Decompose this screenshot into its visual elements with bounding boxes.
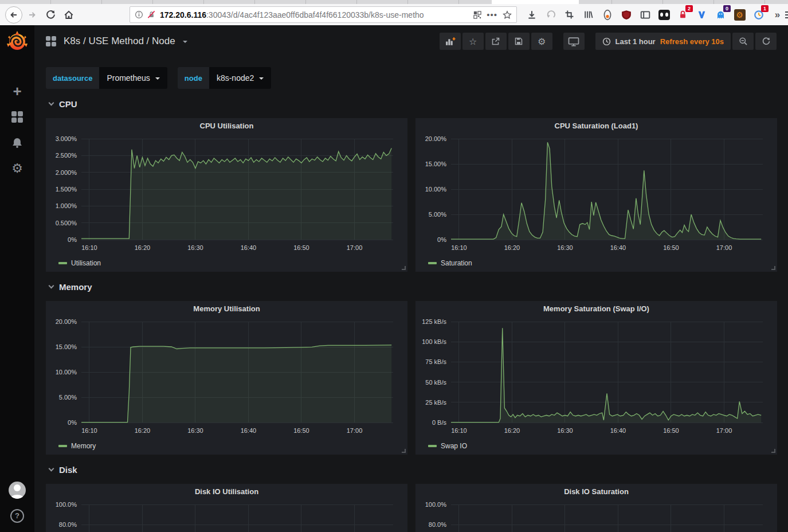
clock-extension-icon[interactable]: 1 bbox=[751, 7, 766, 22]
library-icon[interactable] bbox=[581, 7, 596, 22]
row-label: Disk bbox=[59, 465, 77, 475]
panel-legend: Swap IO bbox=[415, 437, 777, 455]
bell-icon bbox=[11, 137, 23, 148]
proxy-oval-icon[interactable] bbox=[599, 7, 615, 22]
row-header-disk[interactable]: Disk bbox=[49, 462, 788, 477]
sidebar-item-configuration[interactable]: ⚙ bbox=[0, 155, 34, 181]
row-header-cpu[interactable]: CPU bbox=[49, 96, 788, 111]
legend-swatch bbox=[58, 445, 67, 447]
svg-text:10.00%: 10.00% bbox=[425, 186, 447, 193]
dashboard-title: K8s / USE Method / Node bbox=[64, 36, 175, 47]
sidebar-item-alerting[interactable] bbox=[0, 130, 34, 155]
browser-chrome: 172.20.6.116:30043/d/4ac4f123aae0ff6dbaf… bbox=[0, 0, 788, 25]
row-header-memory[interactable]: Memory bbox=[49, 279, 788, 294]
sidebar-item-help[interactable]: ? bbox=[0, 503, 34, 529]
panel-title[interactable]: CPU Saturation (Load1) bbox=[415, 118, 777, 133]
tv-icon bbox=[568, 37, 579, 46]
sidebar-item-dashboards[interactable] bbox=[0, 104, 34, 130]
svg-text:16:40: 16:40 bbox=[610, 427, 626, 434]
ublock-shield-icon[interactable] bbox=[618, 7, 634, 22]
pin-extension-icon[interactable] bbox=[694, 7, 709, 22]
panel-title[interactable]: Memory Saturation (Swap I/O) bbox=[415, 301, 777, 316]
panda-extension-icon[interactable] bbox=[656, 7, 672, 22]
legend-label[interactable]: Memory bbox=[71, 442, 96, 450]
help-icon: ? bbox=[10, 509, 24, 523]
legend-label[interactable]: Utilisation bbox=[71, 259, 101, 267]
browser-home-button[interactable] bbox=[60, 6, 78, 24]
clock-badge: 1 bbox=[761, 5, 769, 12]
panel-resize-handle[interactable] bbox=[402, 266, 406, 270]
url-path: :30043/d/4ac4f123aae0ff6dbaf4f4f66120033… bbox=[206, 10, 424, 19]
svg-text:0%: 0% bbox=[68, 419, 77, 426]
qr-page-action-icon[interactable] bbox=[473, 11, 481, 19]
chart-disk-io-utilisation[interactable]: 16:1016:2016:3016:4016:5017:00100.0%80.0… bbox=[46, 499, 407, 532]
chevron-down-icon bbox=[49, 100, 54, 105]
star-dashboard-button[interactable]: ☆ bbox=[462, 33, 484, 50]
dashboard-navbar: K8s / USE Method / Node ☆ ⚙ bbox=[34, 25, 788, 57]
svg-text:125 kB/s: 125 kB/s bbox=[422, 318, 446, 325]
overflow-chevrons-icon[interactable]: » bbox=[770, 7, 785, 22]
panel-title[interactable]: Disk IO Utilisation bbox=[46, 484, 407, 499]
chart-disk-io-saturation[interactable]: 16:1016:2016:3016:4016:5017:00100.0%80.0… bbox=[415, 499, 777, 532]
add-panel-icon bbox=[445, 37, 456, 46]
svg-text:16:30: 16:30 bbox=[187, 427, 203, 434]
bookmark-star-icon[interactable] bbox=[503, 10, 512, 19]
browser-tabstrip[interactable] bbox=[0, 0, 788, 4]
variable-node-value[interactable]: k8s-node2 bbox=[209, 67, 271, 89]
dashboard-title-dropdown[interactable]: K8s / USE Method / Node bbox=[46, 36, 187, 47]
zoom-out-button[interactable] bbox=[732, 33, 754, 50]
page-actions-menu-icon[interactable]: ••• bbox=[487, 10, 497, 19]
legend-swatch bbox=[58, 262, 67, 264]
panel-title[interactable]: Disk IO Saturation bbox=[415, 484, 777, 499]
browser-menu-icon[interactable] bbox=[785, 11, 788, 18]
time-range-picker[interactable]: Last 1 hour Refresh every 10s bbox=[595, 33, 731, 50]
dashboard-grid-icon bbox=[46, 36, 56, 46]
gear-extension-icon[interactable]: ⚙ bbox=[732, 7, 747, 22]
dashboard-settings-button[interactable]: ⚙ bbox=[531, 33, 552, 50]
panel-legend: Saturation bbox=[415, 255, 777, 272]
info-icon[interactable] bbox=[135, 10, 143, 19]
panel-resize-handle[interactable] bbox=[402, 449, 406, 453]
variable-datasource-value[interactable]: Prometheus bbox=[99, 67, 167, 89]
recent-activity-icon[interactable] bbox=[543, 7, 558, 22]
ghost-extension-icon[interactable]: 0 bbox=[713, 7, 728, 22]
chart-cpu-saturation[interactable]: 16:1016:2016:3016:4016:5017:0020.00%15.0… bbox=[415, 133, 777, 255]
chart-memory-saturation[interactable]: 16:1016:2016:3016:4016:5017:00125 kB/s10… bbox=[415, 316, 777, 437]
add-panel-button[interactable] bbox=[440, 33, 461, 50]
sidebar-toggle-icon[interactable] bbox=[637, 7, 653, 22]
chart-memory-utilisation[interactable]: 16:1016:2016:3016:4016:5017:0020.00%15.0… bbox=[46, 316, 407, 437]
panel-resize-handle[interactable] bbox=[771, 449, 775, 453]
lock-extension-icon[interactable]: 2 bbox=[675, 7, 691, 22]
zoom-out-icon bbox=[739, 37, 748, 46]
legend-label[interactable]: Saturation bbox=[441, 259, 472, 267]
save-dashboard-button[interactable] bbox=[508, 33, 530, 50]
refresh-dashboard-button[interactable] bbox=[755, 33, 777, 50]
share-dashboard-button[interactable] bbox=[485, 33, 507, 50]
legend-label[interactable]: Swap IO bbox=[441, 442, 467, 450]
panel-resize-handle[interactable] bbox=[771, 266, 775, 270]
panel-title[interactable]: Memory Utilisation bbox=[46, 301, 407, 316]
cycle-view-mode-button[interactable] bbox=[563, 33, 585, 50]
svg-text:16:20: 16:20 bbox=[504, 244, 520, 251]
dashboard-variables: datasource Prometheus node k8s-node2 bbox=[34, 57, 788, 89]
sidebar-item-create[interactable]: + bbox=[0, 78, 34, 104]
legend-swatch bbox=[428, 445, 437, 447]
grafana-sidebar: + ⚙ ? bbox=[0, 25, 34, 532]
grafana-logo[interactable] bbox=[5, 29, 30, 54]
panel-row-cpu: CPU Utilisation 16:1016:2016:3016:4016:5… bbox=[34, 111, 788, 272]
panel-title[interactable]: CPU Utilisation bbox=[46, 118, 407, 133]
sidebar-item-profile[interactable] bbox=[0, 477, 34, 503]
browser-back-button[interactable] bbox=[5, 6, 23, 24]
svg-text:100.0%: 100.0% bbox=[56, 501, 77, 508]
lock-badge: 2 bbox=[685, 5, 693, 12]
share-icon bbox=[491, 37, 500, 46]
screenshot-crop-icon[interactable] bbox=[562, 7, 577, 22]
browser-forward-button[interactable] bbox=[23, 6, 41, 24]
chart-cpu-utilisation[interactable]: 16:1016:2016:3016:4016:5017:003.000%2.50… bbox=[46, 133, 407, 255]
svg-text:16:30: 16:30 bbox=[557, 427, 573, 434]
browser-reload-button[interactable] bbox=[41, 6, 60, 24]
download-icon[interactable] bbox=[524, 7, 539, 22]
insecure-lock-icon[interactable] bbox=[147, 10, 156, 19]
svg-text:0%: 0% bbox=[437, 236, 446, 243]
browser-url-bar[interactable]: 172.20.6.116:30043/d/4ac4f123aae0ff6dbaf… bbox=[130, 6, 517, 23]
